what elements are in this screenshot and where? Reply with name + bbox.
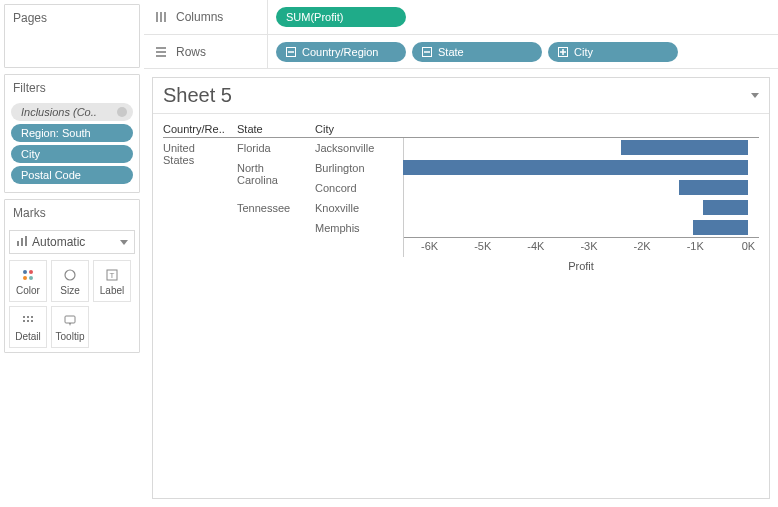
- header-country[interactable]: Country/Re..: [163, 123, 237, 137]
- svg-rect-10: [23, 316, 25, 318]
- columns-icon: [154, 11, 168, 23]
- filter-pill-inclusions[interactable]: Inclusions (Co..: [11, 103, 133, 121]
- svg-rect-11: [27, 316, 29, 318]
- pages-panel: Pages: [4, 4, 140, 68]
- svg-rect-20: [156, 47, 166, 49]
- header-state[interactable]: State: [237, 123, 315, 137]
- viz-area: Sheet 5 Country/Re.. State City United S…: [152, 77, 770, 499]
- svg-rect-29: [562, 49, 564, 55]
- svg-rect-24: [288, 51, 294, 53]
- size-icon: [63, 267, 77, 283]
- city-label[interactable]: Burlington: [315, 158, 403, 178]
- axis-tick: -6K: [421, 240, 438, 252]
- filter-pill-region[interactable]: Region: South: [11, 124, 133, 142]
- tooltip-icon: [63, 313, 77, 329]
- minus-box-icon: [422, 47, 432, 57]
- columns-pill-profit[interactable]: SUM(Profit): [276, 7, 406, 27]
- columns-shelf-label: Columns: [176, 10, 223, 24]
- svg-point-3: [23, 270, 27, 274]
- svg-rect-13: [23, 320, 25, 322]
- svg-rect-12: [31, 316, 33, 318]
- bar[interactable]: [403, 160, 748, 175]
- bar[interactable]: [693, 220, 749, 235]
- marks-detail-label: Detail: [15, 331, 41, 342]
- svg-rect-22: [156, 55, 166, 57]
- svg-rect-21: [156, 51, 166, 53]
- marks-size-label: Size: [60, 285, 79, 296]
- label-icon: T: [105, 267, 119, 283]
- filter-pill-city[interactable]: City: [11, 145, 133, 163]
- state-label[interactable]: North Carolina: [237, 158, 315, 198]
- axis-tick: -1K: [687, 240, 704, 252]
- marks-label-button[interactable]: T Label: [93, 260, 131, 302]
- axis-tick: -4K: [527, 240, 544, 252]
- svg-point-5: [23, 276, 27, 280]
- marks-size-button[interactable]: Size: [51, 260, 89, 302]
- chevron-down-icon[interactable]: [751, 93, 759, 98]
- city-label[interactable]: Memphis: [315, 218, 403, 238]
- svg-rect-2: [25, 236, 27, 246]
- axis-tick: -3K: [580, 240, 597, 252]
- filters-label: Filters: [5, 75, 139, 101]
- svg-rect-1: [21, 238, 23, 246]
- svg-rect-17: [156, 12, 158, 22]
- svg-point-7: [65, 270, 75, 280]
- marks-tooltip-button[interactable]: Tooltip: [51, 306, 89, 348]
- bar[interactable]: [679, 180, 748, 195]
- marks-label-label: Label: [100, 285, 124, 296]
- svg-rect-26: [424, 51, 430, 53]
- marks-type-label: Automatic: [32, 235, 85, 249]
- marks-type-dropdown[interactable]: Automatic: [9, 230, 135, 254]
- columns-pill-profit-label: SUM(Profit): [286, 11, 343, 23]
- sheet-title[interactable]: Sheet 5: [163, 84, 232, 107]
- axis-tick: 0K: [742, 240, 755, 252]
- svg-rect-0: [17, 241, 19, 246]
- marks-detail-button[interactable]: Detail: [9, 306, 47, 348]
- rows-shelf-label: Rows: [176, 45, 206, 59]
- marks-color-button[interactable]: Color: [9, 260, 47, 302]
- x-axis[interactable]: -6K-5K-4K-3K-2K-1K0K: [403, 238, 759, 258]
- chevron-down-icon: [120, 240, 128, 245]
- rows-icon: [154, 46, 168, 58]
- rows-shelf[interactable]: Rows Country/Region State City: [144, 34, 778, 68]
- filter-pill-postal[interactable]: Postal Code: [11, 166, 133, 184]
- detail-icon: [21, 313, 35, 329]
- svg-point-4: [29, 270, 33, 274]
- city-label[interactable]: Concord: [315, 178, 403, 198]
- bar[interactable]: [703, 200, 748, 215]
- pages-label: Pages: [5, 5, 139, 31]
- plus-box-icon: [558, 47, 568, 57]
- state-label[interactable]: Tennessee: [237, 198, 315, 238]
- axis-title: Profit: [403, 260, 759, 272]
- svg-rect-19: [164, 12, 166, 22]
- marks-tooltip-label: Tooltip: [56, 331, 85, 342]
- axis-tick: -2K: [634, 240, 651, 252]
- city-label[interactable]: Knoxville: [315, 198, 403, 218]
- rows-pill-city[interactable]: City: [548, 42, 678, 62]
- svg-rect-14: [27, 320, 29, 322]
- svg-point-6: [29, 276, 33, 280]
- axis-tick: -5K: [474, 240, 491, 252]
- columns-shelf[interactable]: Columns SUM(Profit): [144, 0, 778, 34]
- svg-rect-15: [31, 320, 33, 322]
- state-label[interactable]: Florida: [237, 138, 315, 158]
- bar[interactable]: [621, 140, 749, 155]
- marks-panel: Marks Automatic: [4, 199, 140, 353]
- shelves: Columns SUM(Profit) Rows: [144, 0, 778, 69]
- svg-rect-18: [160, 12, 162, 22]
- country-label[interactable]: United States: [163, 138, 237, 272]
- rows-pill-city-label: City: [574, 46, 593, 58]
- rows-pill-state-label: State: [438, 46, 464, 58]
- marks-color-label: Color: [16, 285, 40, 296]
- svg-text:T: T: [110, 271, 115, 280]
- marks-label: Marks: [5, 200, 139, 226]
- rows-pill-country[interactable]: Country/Region: [276, 42, 406, 62]
- city-label[interactable]: Jacksonville: [315, 138, 403, 158]
- rows-pill-country-label: Country/Region: [302, 46, 378, 58]
- color-icon: [21, 267, 35, 283]
- svg-rect-16: [65, 316, 75, 323]
- bar-chart-icon: [16, 235, 28, 250]
- minus-box-icon: [286, 47, 296, 57]
- rows-pill-state[interactable]: State: [412, 42, 542, 62]
- header-city[interactable]: City: [315, 123, 403, 137]
